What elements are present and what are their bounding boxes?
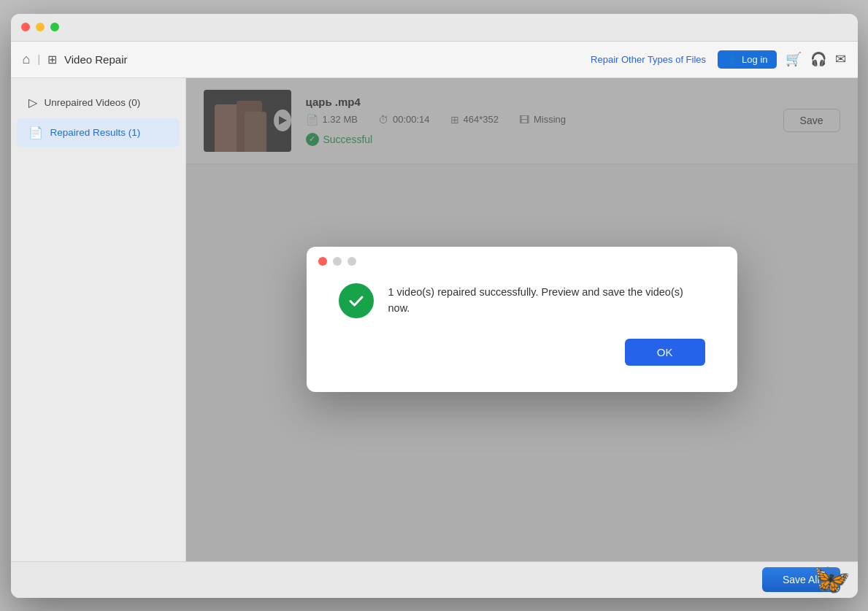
ok-button[interactable]: OK — [625, 339, 705, 366]
modal-tl-green — [347, 257, 356, 266]
checkmark-svg — [347, 291, 366, 310]
modal-dialog: 1 video(s) repaired successfully. Previe… — [307, 247, 737, 392]
modal-tl-yellow — [333, 257, 342, 266]
modal-tl-red[interactable] — [318, 257, 327, 266]
nav-title: Video Repair — [64, 53, 127, 66]
modal-message: 1 video(s) repaired successfully. Previe… — [388, 285, 705, 317]
person-icon: 👤 — [726, 54, 738, 65]
traffic-light-green[interactable] — [50, 23, 59, 31]
traffic-light-yellow[interactable] — [36, 23, 45, 31]
sidebar-item-unrepaired[interactable]: ▷ Unrepaired Videos (0) — [17, 88, 180, 117]
repair-other-link[interactable]: Repair Other Types of Files — [591, 54, 706, 65]
app-window: ⌂ | ⊞ Video Repair Repair Other Types of… — [11, 14, 858, 598]
bottom-bar: Save All 🦋 — [11, 561, 858, 598]
nav-icons: 👤 Log in 🛒 🎧 ✉ — [718, 50, 845, 69]
sidebar-repaired-label: Repaired Results (1) — [50, 127, 141, 138]
sidebar: ▷ Unrepaired Videos (0) 📄 Repaired Resul… — [11, 78, 186, 561]
traffic-light-red[interactable] — [21, 23, 30, 31]
cart-button[interactable]: 🛒 — [786, 51, 802, 67]
save-all-button[interactable]: Save All — [762, 567, 840, 592]
nav-divider: | — [37, 53, 40, 65]
cart-icon-wrapper: 🛒 — [786, 51, 802, 67]
modal-traffic-lights — [318, 257, 356, 266]
home-icon[interactable]: ⌂ — [23, 52, 31, 67]
modal-overlay: 1 video(s) repaired successfully. Previe… — [186, 78, 858, 561]
nav-left: ⌂ | ⊞ Video Repair — [23, 52, 128, 67]
nav-right: Repair Other Types of Files 👤 Log in 🛒 🎧… — [591, 50, 845, 69]
email-button[interactable]: ✉ — [835, 51, 846, 67]
modal-success-icon — [339, 283, 374, 318]
grid-icon[interactable]: ⊞ — [47, 53, 57, 66]
video-icon: ▷ — [28, 96, 37, 109]
content-area: царь .mp4 📄 1.32 MB ⏱ 00:00:14 ⊞ 464*35 — [186, 78, 858, 561]
doc-icon: 📄 — [28, 126, 43, 139]
nav-bar: ⌂ | ⊞ Video Repair Repair Other Types of… — [11, 42, 858, 78]
main-content: ▷ Unrepaired Videos (0) 📄 Repaired Resul… — [11, 78, 858, 561]
title-bar — [11, 14, 858, 42]
modal-footer: OK — [339, 339, 705, 366]
login-button[interactable]: 👤 Log in — [718, 50, 776, 69]
sidebar-item-repaired[interactable]: 📄 Repaired Results (1) — [17, 118, 180, 147]
traffic-lights — [21, 23, 59, 31]
modal-body: 1 video(s) repaired successfully. Previe… — [339, 283, 705, 318]
headphone-button[interactable]: 🎧 — [810, 51, 826, 67]
sidebar-unrepaired-label: Unrepaired Videos (0) — [45, 97, 141, 108]
